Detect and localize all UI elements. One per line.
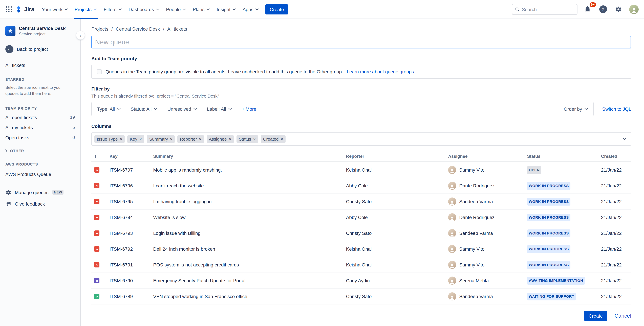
breadcrumb-link[interactable]: Projects xyxy=(92,26,108,32)
issue-key: ITSM-6796 xyxy=(107,178,150,194)
nav-item[interactable]: Dashboards xyxy=(125,0,162,19)
app-switcher-button[interactable] xyxy=(3,4,14,15)
assignee-name: Sammy Vito xyxy=(459,167,484,173)
chevron-down-icon xyxy=(64,8,68,10)
sidebar-item-aws-products-queue[interactable]: AWS Products Queue xyxy=(6,172,75,177)
filter-project-clause: project = "Central Service Desk" xyxy=(157,94,219,99)
breadcrumb-link[interactable]: All tickets xyxy=(160,26,187,32)
top-navigation: Jira Your work Projects Filters xyxy=(0,0,644,19)
filter-bar: Type: All Status: All Unreso xyxy=(92,102,594,116)
switch-to-jql-link[interactable]: Switch to JQL xyxy=(602,106,631,112)
assignee-cell: Sandeep Varma xyxy=(448,292,522,300)
issue-summary: I'm having trouble logging in. xyxy=(150,194,343,209)
back-to-project-link[interactable]: ← Back to project xyxy=(6,45,75,53)
nav-item-label: Apps xyxy=(242,7,253,12)
create-queue-button[interactable]: Create xyxy=(584,311,607,321)
table-row[interactable]: ITSM-6796 I can't reach the website. Abb… xyxy=(92,178,631,194)
order-by-dropdown[interactable]: Order by xyxy=(564,106,588,112)
nav-item[interactable]: Insight xyxy=(213,0,239,19)
table-row[interactable]: ITSM-6790 Emergency Security Patch Updat… xyxy=(92,273,631,288)
cancel-button[interactable]: Cancel xyxy=(614,313,631,319)
assignee-name: Sandeep Varma xyxy=(459,230,493,236)
nav-item[interactable]: People xyxy=(162,0,189,19)
remove-icon[interactable]: × xyxy=(120,137,122,141)
nav-item-label: Your work xyxy=(42,7,63,12)
table-row[interactable]: ITSM-6792 Dell 24 inch monitor is broken… xyxy=(92,241,631,257)
nav-item[interactable]: Your work xyxy=(38,0,72,19)
filter-dropdown[interactable]: Type: All xyxy=(97,106,120,112)
remove-icon[interactable]: × xyxy=(229,137,231,141)
topnav-right: 9+ ? xyxy=(512,4,639,15)
table-row[interactable]: ITSM-6789 VPN stopped working in San Fra… xyxy=(92,288,631,304)
columns-multiselect[interactable]: Issue Type × Key × Summary × xyxy=(92,132,631,146)
column-chip: Summary × xyxy=(147,135,175,143)
remove-icon[interactable]: × xyxy=(170,137,172,141)
table-row[interactable]: ITSM-6794 Website is slow Abby Cole Dant… xyxy=(92,209,631,225)
search-input[interactable] xyxy=(522,7,574,12)
table-row[interactable]: ITSM-6793 Login issue with Billing Chris… xyxy=(92,225,631,241)
team-priority-checkbox-label: Queues in the Team priority group are vi… xyxy=(106,69,343,74)
remove-icon[interactable]: × xyxy=(139,137,142,141)
more-filters-button[interactable]: + More xyxy=(242,106,256,112)
nav-item[interactable]: Projects xyxy=(71,0,100,19)
other-section-label: OTHER xyxy=(10,149,24,153)
remove-icon[interactable]: × xyxy=(253,137,256,141)
sidebar-queue-item[interactable]: Open tasks 0 xyxy=(6,132,75,143)
give-feedback-button[interactable]: Give feedback xyxy=(6,201,75,207)
sidebar-collapse-button[interactable]: ‹ xyxy=(76,31,85,39)
issue-reporter: Carly Aydin xyxy=(343,273,446,288)
nav-item-label: Filters xyxy=(104,7,116,12)
filter-dropdown[interactable]: Label: All xyxy=(207,106,232,112)
filter-by-heading: Filter by xyxy=(92,86,631,91)
gear-icon xyxy=(615,6,622,13)
sidebar-queue-item[interactable]: All my tickets 5 xyxy=(6,122,75,132)
jira-logo[interactable]: Jira xyxy=(16,6,34,13)
nav-item[interactable]: Apps xyxy=(239,0,262,19)
settings-button[interactable] xyxy=(613,4,624,15)
manage-queues-button[interactable]: Manage queues NEW xyxy=(6,189,75,196)
nav-item[interactable]: Plans xyxy=(190,0,213,19)
chevron-down-icon xyxy=(94,8,97,10)
filter-dropdown[interactable]: Unresolved xyxy=(167,106,197,112)
column-chip-label: Status xyxy=(239,136,251,141)
other-section-toggle[interactable]: OTHER xyxy=(6,149,75,153)
filter-dropdown-label: Unresolved xyxy=(167,106,191,112)
project-sidebar: ‹ Central Service Desk Service project ←… xyxy=(0,19,81,326)
content-scroll-area[interactable]: Projects Central Service Desk All ticket… xyxy=(81,19,644,306)
table-row[interactable]: ITSM-6791 POS system is not accepting cr… xyxy=(92,257,631,273)
issue-key: ITSM-6794 xyxy=(107,209,150,225)
queue-count: 19 xyxy=(70,115,75,120)
filter-dropdowns: Type: All Status: All Unreso xyxy=(97,106,232,112)
bell-icon xyxy=(584,6,591,13)
sidebar-item-all-tickets[interactable]: All tickets xyxy=(6,63,75,68)
nav-item[interactable]: Filters xyxy=(100,0,125,19)
chevron-down-icon[interactable] xyxy=(622,138,626,140)
table-row[interactable]: ITSM-6788 I have been added to the audit… xyxy=(92,304,631,306)
filter-dropdown[interactable]: Status: All xyxy=(131,106,158,112)
profile-button[interactable] xyxy=(628,4,639,15)
team-priority-checkbox[interactable] xyxy=(97,69,102,74)
remove-icon[interactable]: × xyxy=(199,137,202,141)
sidebar-queue-item[interactable]: All open tickets 19 xyxy=(6,112,75,122)
chevron-right-icon xyxy=(6,149,8,152)
issue-summary: Dell 24 inch monitor is broken xyxy=(150,241,343,257)
notifications-button[interactable]: 9+ xyxy=(582,4,593,15)
learn-more-link[interactable]: Learn more about queue groups. xyxy=(347,69,415,74)
assignee-avatar xyxy=(448,276,456,285)
breadcrumb-link[interactable]: Central Service Desk xyxy=(108,26,160,32)
app-switcher-icon xyxy=(6,7,12,12)
table-row[interactable]: ITSM-6795 I'm having trouble logging in.… xyxy=(92,194,631,209)
issue-key: ITSM-6793 xyxy=(107,225,150,241)
order-by-label: Order by xyxy=(564,106,582,112)
help-button[interactable]: ? xyxy=(598,4,608,15)
table-row[interactable]: ITSM-6797 Mobile app is randomly crashin… xyxy=(92,162,631,178)
assignee-name: Dante Rodriguez xyxy=(459,214,494,220)
remove-icon[interactable]: × xyxy=(281,137,283,141)
status-badge: WORK IN PROGRESS xyxy=(527,198,570,205)
column-header: Summary xyxy=(150,151,343,162)
create-button[interactable]: Create xyxy=(266,4,288,14)
queue-name-input[interactable] xyxy=(92,36,631,48)
issue-type-icon xyxy=(94,278,100,283)
assignee-cell: Dante Rodriguez xyxy=(448,213,522,221)
column-chip: Created × xyxy=(261,135,286,143)
